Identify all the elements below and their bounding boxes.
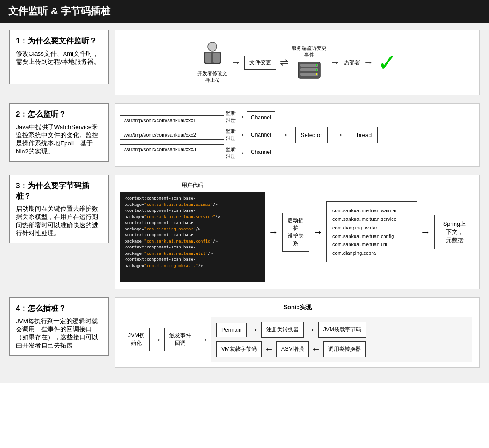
section-1-desc: 1：为什么要文件监听？ 修改Class文件、Xml文件时，需要上传到远程/本地服… [9, 30, 109, 84]
page-title: 文件监听 & 字节码插桩 [8, 5, 110, 17]
pkg-4: com.sankuai.meituan.config [332, 232, 411, 241]
file-box: 文件变更 [244, 56, 276, 70]
section-2-body: Java中提供了WatchService来监控系统中文件的变化。监控是操作系统本… [16, 123, 102, 156]
call-converter-label: 调用类转换器 [328, 346, 361, 352]
channel-box-3: Channel [247, 146, 275, 158]
diag1-container: 开发者修改文件上传 → 文件变更 ⇌ 服务端监听变更事件 [193, 37, 402, 88]
diag2-wrapper: /var/tmp/sonic/com/sankuai/xxx1 /var/tmp… [120, 110, 475, 160]
pkg-5: com.sankuai.meituan.util [332, 240, 411, 249]
user-code-group: 用户代码 <context:component-scan base-packag… [120, 181, 265, 282]
diag3-container: 用户代码 <context:component-scan base-packag… [120, 181, 475, 282]
jvm-init-box: JVM初始化 [123, 328, 150, 351]
label-group-3: 监听注册 → [226, 146, 245, 160]
page-header: 文件监听 & 字节码插桩 [0, 0, 489, 23]
spring-label: Spring上下文，元数据 [443, 220, 466, 243]
channel-box-2: Channel [247, 129, 275, 141]
vm-load-box: VM装载字节码 [216, 341, 262, 357]
section-3-row: 3：为什么要字节码插桩？ 启动期间在关键位置去维护数据关系模型，在用户在运行期间… [9, 175, 480, 289]
section-2-title: 2：怎么监听？ [16, 109, 102, 119]
section-4-title: 4：怎么插桩？ [16, 303, 102, 314]
trigger-box: 触发事件回调 [164, 328, 196, 351]
section-3-body: 启动期间在关键位置去维护数据关系模型，在用户在运行期间热部署时可以准确快速的进行… [16, 205, 102, 238]
label-group-1: 监听注册 → [226, 110, 245, 124]
section-1-row: 1：为什么要文件监听？ 修改Class文件、Xml文件时，需要上传到远程/本地服… [9, 30, 480, 95]
diag4-top-row: JVM初始化 → 触发事件回调 → Permain → 注册 [123, 317, 472, 362]
sonic-bottom-row: VM装载字节码 ← ASM增强 ← 调用类转换器 [216, 341, 466, 357]
diag1-file: 文件变更 [244, 56, 276, 70]
arr-to-launch: → [268, 226, 278, 238]
dev-label: 开发者修改文件上传 [197, 70, 227, 84]
server-icon [297, 60, 322, 80]
arrow1: → [231, 57, 241, 68]
diag2-labels: 监听注册 → 监听注册 → 监听注册 → [226, 110, 245, 160]
section-1-diagram: 开发者修改文件上传 → 文件变更 ⇌ 服务端监听变更事件 [115, 30, 480, 95]
permain-box: Permain [216, 323, 247, 337]
path-box-1: /var/tmp/sonic/com/sankuai/xxx1 [120, 115, 224, 125]
arr-d4-left-2: ← [312, 344, 321, 354]
arr-to-spring: → [421, 226, 431, 238]
label-group-2: 监听注册 → [226, 128, 245, 142]
diag1-person: 开发者修改文件上传 [197, 41, 227, 84]
section-4-body: JVM每执行到一定的逻辑时就会调用一些事件的回调接口（如果存在），这些接口可以由… [16, 317, 102, 350]
trigger-label: 触发事件回调 [169, 332, 191, 346]
arrow4: → [364, 57, 374, 68]
diag1-hotdeploy: 热部署 [344, 59, 360, 67]
sonic-label: Sonic实现 [123, 303, 472, 311]
asm-box: ASM增强 [276, 341, 309, 357]
arrow2: ⇌ [280, 57, 288, 68]
reg-label-2: 监听注册 [226, 128, 236, 142]
reg-label-1: 监听注册 [226, 110, 236, 124]
code-block: <context:component-scan base-package="co… [120, 192, 265, 282]
pkg-3: com.dianping.avatar [332, 224, 411, 232]
arr-d4-2: → [199, 334, 208, 345]
path-box-2: /var/tmp/sonic/com/sankuai/xxx2 [120, 130, 224, 140]
checkmark-icon: ✓ [377, 50, 398, 75]
asm-label: ASM增强 [281, 346, 304, 352]
diag1-server-group: 服务端监听变更事件 [292, 45, 326, 80]
thread-box: Thread [348, 127, 378, 143]
server-event-label: 服务端监听变更事件 [292, 45, 326, 58]
spring-box: Spring上下文，元数据 [434, 215, 475, 249]
arr-d4-1: → [153, 334, 162, 345]
reg-label-3: 监听注册 [226, 146, 236, 160]
svg-point-8 [316, 64, 317, 66]
packages-box: com.sankuai.meituan.waimai com.sankuai.m… [326, 201, 417, 262]
hotdeploy-label: 热部署 [344, 59, 360, 67]
section-1-title: 1：为什么要文件监听？ [16, 36, 102, 46]
person-icon [201, 41, 223, 68]
section-3-title: 3：为什么要字节码插桩？ [16, 181, 102, 201]
sonic-top-row: Permain → 注册类转换器 → JVM装载字节码 [216, 322, 466, 338]
permain-label: Permain [221, 327, 242, 333]
svg-rect-2 [205, 53, 211, 63]
section-4-row: 4：怎么插桩？ JVM每执行到一定的逻辑时就会调用一些事件的回调接口（如果存在）… [9, 297, 480, 368]
pkg-6: com.dianping.zebra [332, 249, 411, 257]
svg-point-10 [316, 73, 317, 75]
arr-d4-4: → [307, 324, 316, 335]
arr-d4-3: → [249, 324, 259, 335]
launch-label: 启动插桩维护关系 [288, 217, 304, 247]
pkg-2: com.sankuai.meituan.service [332, 215, 411, 224]
reg-converter-box: 注册类转换器 [261, 322, 304, 338]
channel-box-1: Channel [247, 111, 275, 124]
diag2-paths: /var/tmp/sonic/com/sankuai/xxx1 /var/tmp… [120, 115, 224, 154]
path-box-3: /var/tmp/sonic/com/sankuai/xxx3 [120, 144, 224, 154]
main-content: 1：为什么要文件监听？ 修改Class文件、Xml文件时，需要上传到远程/本地服… [0, 23, 489, 383]
section-3-desc: 3：为什么要字节码插桩？ 启动期间在关键位置去维护数据关系模型，在用户在运行期间… [9, 175, 109, 243]
jvm-load-box: JVM装载字节码 [318, 322, 366, 338]
call-converter-box: 调用类转换器 [323, 341, 366, 357]
arr-1: → [237, 112, 245, 122]
section-2-desc: 2：怎么监听？ Java中提供了WatchService来监控系统中文件的变化。… [9, 103, 109, 162]
diag2-channels: Channel Channel Channel [247, 111, 275, 158]
arr-to-packages: → [313, 226, 323, 238]
arr-to-selector: → [279, 129, 289, 141]
sonic-area: Permain → 注册类转换器 → JVM装载字节码 [211, 317, 472, 362]
vm-load-label: VM装载字节码 [221, 346, 257, 352]
svg-rect-3 [213, 53, 220, 63]
reg-converter-label: 注册类转换器 [266, 326, 299, 333]
arr-d4-left-1: ← [264, 344, 273, 354]
section-1-body: 修改Class文件、Xml文件时，需要上传到远程/本地服务器。 [16, 50, 102, 66]
user-code-label: 用户代码 [182, 181, 203, 189]
arrow3: → [330, 57, 340, 68]
svg-point-0 [208, 42, 217, 51]
section-4-desc: 4：怎么插桩？ JVM每执行到一定的逻辑时就会调用一些事件的回调接口（如果存在）… [9, 297, 109, 356]
